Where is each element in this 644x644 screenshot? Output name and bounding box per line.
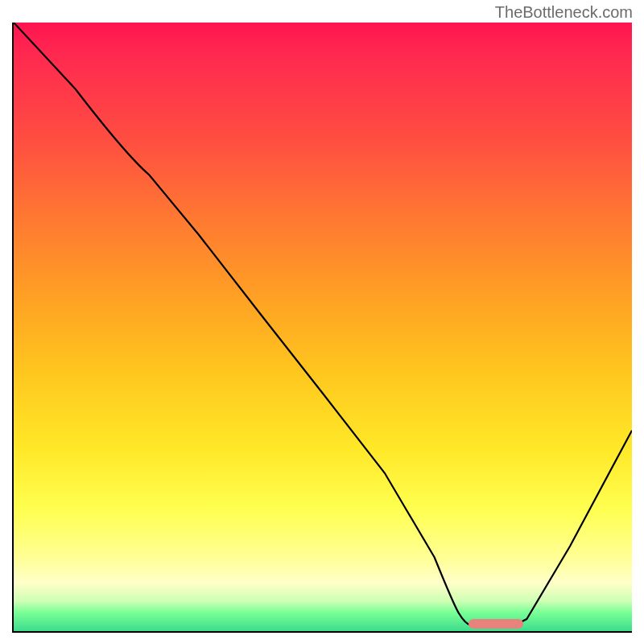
bottleneck-curve — [14, 23, 632, 626]
watermark-text: TheBottleneck.com — [495, 3, 633, 22]
chart-plot-area — [12, 23, 632, 633]
curve-svg — [14, 23, 632, 631]
optimal-marker — [469, 619, 523, 629]
